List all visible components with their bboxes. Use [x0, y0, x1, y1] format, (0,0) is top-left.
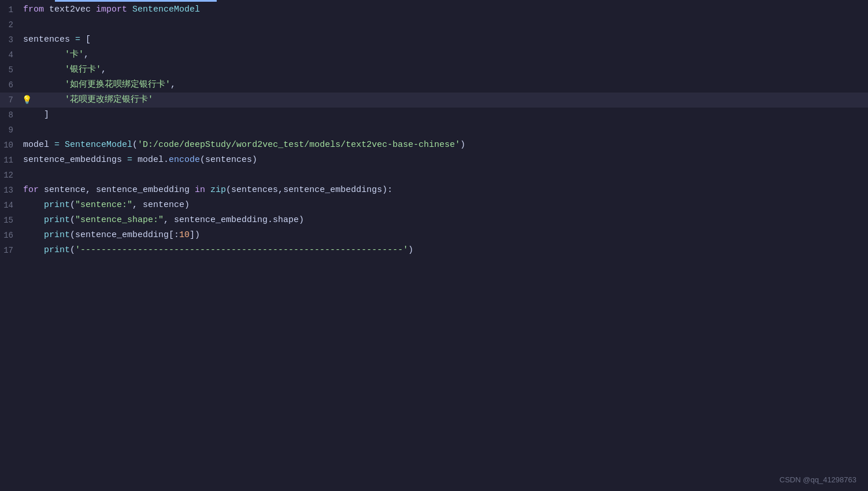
line-number: 10 [0, 138, 20, 153]
token-var: , [101, 65, 106, 75]
token-kw: import [96, 5, 127, 14]
code-line: 3sentences = [ [0, 32, 868, 47]
token-var: , sentence) [132, 200, 190, 210]
token-var: (sentences) [200, 155, 257, 165]
token-kw: from [23, 5, 44, 14]
line-content: for sentence, sentence_embedding in zip(… [20, 183, 868, 198]
token-method: encode [169, 155, 200, 165]
code-line: 11sentence_embeddings = model.encode(sen… [0, 153, 868, 168]
token-var [23, 50, 65, 60]
token-kw: in [195, 185, 205, 195]
token-num: 10 [179, 230, 190, 240]
token-str: "sentence:" [75, 200, 132, 210]
token-builtin: zip [210, 185, 226, 195]
token-var: ]) [190, 230, 200, 240]
code-line: 17 print('------------------------------… [0, 243, 868, 258]
token-var: ( [70, 215, 75, 225]
token-var: (sentences,sentence_embeddings): [226, 185, 392, 195]
code-line: 16 print(sentence_embedding[:10]) [0, 228, 868, 243]
token-var [60, 140, 65, 150]
line-number: 5 [0, 62, 20, 77]
token-var: , [84, 50, 89, 60]
line-number: 9 [0, 123, 20, 138]
token-var [23, 65, 65, 75]
token-var: ) [408, 245, 413, 255]
token-fn: SentenceModel [132, 5, 200, 14]
line-number: 15 [0, 213, 20, 228]
token-builtin: print [44, 230, 70, 240]
scroll-indicator [55, 0, 217, 2]
code-line: 7💡 '花呗更改绑定银行卡' [0, 93, 868, 108]
line-content: sentences = [ [20, 32, 868, 47]
token-str: '如何更换花呗绑定银行卡' [65, 80, 170, 90]
code-line: 9 [0, 123, 868, 138]
token-var: ( [70, 200, 75, 210]
code-line: 1from text2vec import SentenceModel [0, 2, 868, 17]
line-content: '花呗更改绑定银行卡' [20, 93, 868, 108]
token-var: text2vec [44, 5, 96, 14]
token-op: = [127, 155, 132, 165]
token-var [23, 215, 44, 225]
code-line: 4 '卡', [0, 47, 868, 62]
token-var: , [170, 80, 176, 90]
line-number: 12 [0, 168, 20, 183]
code-line: 14 print("sentence:", sentence) [0, 198, 868, 213]
token-var: sentence_embeddings [23, 155, 127, 165]
token-var: , sentence_embedding.shape) [164, 215, 304, 225]
line-content: print("sentence_shape:", sentence_embedd… [20, 213, 868, 228]
token-var [205, 185, 210, 195]
token-var: [ [80, 35, 91, 45]
token-builtin: print [44, 215, 70, 225]
watermark: CSDN @qq_41298763 [780, 475, 856, 484]
line-number: 4 [0, 47, 20, 62]
code-line: 15 print("sentence_shape:", sentence_emb… [0, 213, 868, 228]
token-str: '---------------------------------------… [75, 245, 408, 255]
line-content: '卡', [20, 47, 868, 62]
token-kw: for [23, 185, 39, 195]
code-line: 2 [0, 17, 868, 32]
token-var: sentences [23, 35, 75, 45]
token-str: '花呗更改绑定银行卡' [65, 95, 153, 105]
token-var: ) [460, 140, 465, 150]
token-str: "sentence_shape:" [75, 215, 164, 225]
code-line: 13for sentence, sentence_embedding in zi… [0, 183, 868, 198]
token-var [23, 200, 44, 210]
line-number: 3 [0, 32, 20, 47]
code-line: 5 '银行卡', [0, 62, 868, 77]
token-var: (sentence_embedding[: [70, 230, 179, 240]
token-str: '银行卡' [65, 65, 101, 75]
token-var [127, 5, 132, 14]
token-var: model [23, 140, 54, 150]
token-var: ( [70, 245, 75, 255]
line-content: print(sentence_embedding[:10]) [20, 228, 868, 243]
token-builtin: print [44, 200, 70, 210]
lightbulb-icon[interactable]: 💡 [22, 93, 32, 108]
line-content: '如何更换花呗绑定银行卡', [20, 77, 868, 93]
token-fn: SentenceModel [65, 140, 132, 150]
code-line: 12 [0, 168, 868, 183]
code-line: 10model = SentenceModel('D:/code/deepStu… [0, 138, 868, 153]
line-content: ] [20, 108, 868, 123]
token-str: 'D:/code/deepStudy/word2vec_test/models/… [138, 140, 460, 150]
token-var [23, 80, 65, 90]
line-number: 7 [0, 93, 20, 108]
line-number: 17 [0, 243, 20, 258]
line-content: from text2vec import SentenceModel [20, 2, 868, 17]
line-number: 2 [0, 17, 20, 32]
line-content: sentence_embeddings = model.encode(sente… [20, 153, 868, 168]
line-number: 1 [0, 2, 20, 17]
line-number: 6 [0, 77, 20, 93]
token-var: sentence, sentence_embedding [39, 185, 195, 195]
code-line: 8 ] [0, 108, 868, 123]
token-var: model. [132, 155, 169, 165]
token-var: ( [132, 140, 138, 150]
line-content: print('---------------------------------… [20, 243, 868, 258]
line-number: 16 [0, 228, 20, 243]
token-var [23, 245, 44, 255]
code-lines: 1from text2vec import SentenceModel23sen… [0, 0, 868, 258]
line-number: 11 [0, 153, 20, 168]
line-number: 13 [0, 183, 20, 198]
line-number: 14 [0, 198, 20, 213]
line-content: '银行卡', [20, 62, 868, 77]
line-content: print("sentence:", sentence) [20, 198, 868, 213]
